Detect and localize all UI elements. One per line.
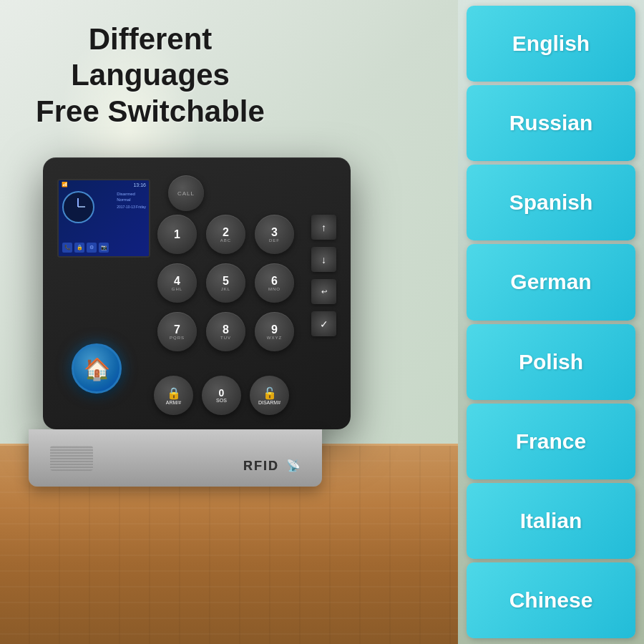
lang-badge-russian[interactable]: Russian bbox=[467, 85, 635, 161]
screen-info: Disarmed Normal 2017-10-13 Friday bbox=[117, 191, 146, 210]
lang-badge-polish[interactable]: Polish bbox=[467, 324, 635, 400]
heading-area: Different Languages Free Switchable bbox=[14, 21, 286, 130]
lang-badge-chinese[interactable]: Chinese bbox=[467, 562, 635, 638]
screen-date: 2017-10-13 Friday bbox=[117, 205, 146, 210]
speaker-grille bbox=[50, 446, 93, 471]
screen-time: 13:16 bbox=[133, 182, 146, 187]
screen-icon-settings: ⚙ bbox=[87, 243, 97, 253]
heading-text: Different Languages Free Switchable bbox=[14, 21, 286, 130]
key-1[interactable]: 1 bbox=[157, 215, 197, 254]
screen-icon-row: 📞 🔒 ⚙ 📷 bbox=[62, 243, 109, 253]
check-key[interactable]: ✓ bbox=[311, 311, 336, 336]
screen-status2: Normal bbox=[117, 197, 146, 203]
screen-status-bar: 📶 13:16 bbox=[59, 180, 149, 189]
arrow-up-key[interactable]: ↑ bbox=[311, 215, 336, 240]
key-2[interactable]: 2ABC bbox=[206, 215, 245, 254]
lang-label-spanish: Spanish bbox=[509, 190, 593, 215]
key-arm[interactable]: 🔒 ARM/# bbox=[154, 376, 193, 415]
home-button[interactable]: 🏠 bbox=[72, 343, 122, 394]
lang-badge-german[interactable]: German bbox=[467, 244, 635, 320]
key-6[interactable]: 6MNO bbox=[255, 263, 294, 303]
lang-label-polish: Polish bbox=[519, 350, 583, 374]
lang-badge-english[interactable]: English bbox=[467, 6, 635, 82]
heading-line1: Different Languages bbox=[71, 22, 230, 92]
screen-icon-lock: 🔒 bbox=[74, 243, 84, 253]
arrow-keys: ↑ ↓ ↩ ✓ bbox=[311, 215, 336, 336]
alarm-device-body: 📶 13:16 Disarmed Normal bbox=[43, 157, 351, 429]
key-9[interactable]: 9WXYZ bbox=[255, 312, 294, 351]
rfid-label: RFID bbox=[243, 459, 279, 474]
key-3[interactable]: 3DEF bbox=[255, 215, 294, 254]
device-container: 📶 13:16 Disarmed Normal bbox=[21, 143, 372, 487]
lang-badge-france[interactable]: France bbox=[467, 404, 635, 479]
unlock-icon: 🔓 bbox=[263, 386, 277, 400]
lang-badge-italian[interactable]: Italian bbox=[467, 483, 635, 559]
key-sos[interactable]: 0 SOS bbox=[202, 376, 241, 415]
lang-label-chinese: Chinese bbox=[509, 588, 593, 613]
key-5[interactable]: 5JKL bbox=[206, 263, 245, 303]
heading-line2: Free Switchable bbox=[36, 94, 265, 128]
lang-label-italian: Italian bbox=[520, 509, 582, 533]
arrow-down-key[interactable]: ↓ bbox=[311, 247, 336, 272]
lang-label-english: English bbox=[512, 31, 590, 56]
screen-clock-widget bbox=[62, 191, 94, 223]
key-7[interactable]: 7PQRS bbox=[157, 312, 197, 351]
main-scene: Different Languages Free Switchable 📶 13… bbox=[0, 0, 644, 644]
screen-icon-call: 📞 bbox=[62, 243, 72, 253]
screen-status1: Disarmed bbox=[117, 191, 146, 197]
screen-icon-camera: 📷 bbox=[99, 243, 109, 253]
backspace-key[interactable]: ↩ bbox=[311, 279, 336, 304]
lang-label-france: France bbox=[516, 429, 586, 454]
lang-badge-spanish[interactable]: Spanish bbox=[467, 165, 635, 240]
screen-wifi-icon: 📶 bbox=[62, 182, 68, 187]
key-8[interactable]: 8TUV bbox=[206, 312, 245, 351]
key-disarm[interactable]: 🔓 DISARM# bbox=[250, 376, 289, 415]
rfid-signal-icon: 📡 bbox=[286, 459, 301, 472]
clock-face bbox=[62, 191, 94, 223]
lock-icon: 🔒 bbox=[167, 386, 181, 400]
key-4[interactable]: 4GHL bbox=[157, 263, 197, 303]
device-base: RFID 📡 bbox=[29, 429, 322, 487]
device-screen: 📶 13:16 Disarmed Normal bbox=[57, 179, 150, 258]
lang-label-german: German bbox=[510, 270, 591, 294]
language-list: EnglishRussianSpanishGermanPolishFranceI… bbox=[458, 0, 644, 644]
home-icon: 🏠 bbox=[84, 356, 110, 381]
lang-label-russian: Russian bbox=[509, 111, 593, 135]
key-call[interactable]: CALL bbox=[168, 175, 204, 211]
screen-inner: 📶 13:16 Disarmed Normal bbox=[59, 180, 149, 256]
